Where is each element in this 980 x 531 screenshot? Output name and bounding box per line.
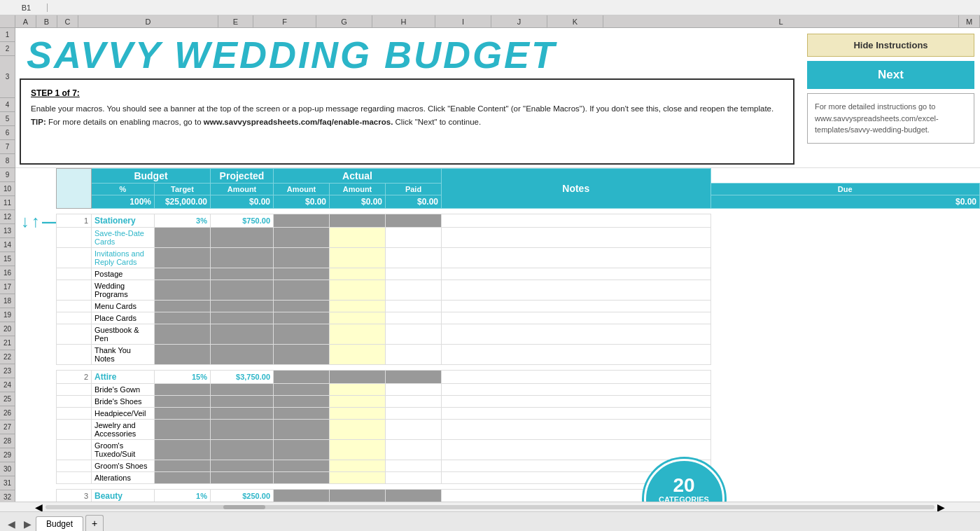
cat-name-beauty: Beauty <box>92 490 155 502</box>
actual-header: Actual <box>274 169 442 184</box>
budget-table: Budget Projected Actual Notes % Target A… <box>56 168 980 502</box>
list-item: Place Cards <box>57 312 980 324</box>
col-header-f: F <box>253 15 316 27</box>
more-info-box: For more detailed instructions go to www… <box>807 93 974 144</box>
budget-header: Budget <box>92 169 211 184</box>
total-due: $0.00 <box>710 195 980 209</box>
list-item: Alterations 20 CATEG <box>57 472 980 484</box>
list-item: Guestbook & Pen <box>57 324 980 345</box>
step-label: STEP 1 of 7: <box>31 88 783 98</box>
pct-subheader: % <box>92 184 155 195</box>
total-amount: $0.00 <box>211 195 274 209</box>
spacer-row <box>57 365 980 371</box>
col-header-m: M <box>959 15 980 27</box>
total-pct: 100% <box>92 195 155 209</box>
col-header-j: J <box>491 15 547 27</box>
total-target: $25,000.00 <box>155 195 211 209</box>
col-header-k: K <box>547 15 603 27</box>
row-numbers: 1 2 3 4 5 6 7 8 9 10 11 12 13 14 15 16 1… <box>0 28 15 502</box>
due-subheader: Due <box>710 184 980 195</box>
col-header-d: D <box>78 15 218 27</box>
spacer-row <box>57 484 980 490</box>
col-header-e: E <box>218 15 253 27</box>
category-row-beauty: 3 Beauty 1% $250.00 <box>57 490 980 502</box>
act-amount-subheader: Amount <box>330 184 386 195</box>
arrow-minus[interactable]: — <box>42 213 57 231</box>
table-content: Budget Projected Actual Notes % Target A… <box>56 168 980 502</box>
horizontal-scrollbar[interactable]: ◀ ▶ <box>0 502 980 511</box>
table-section: ↓ ↑ — + <box>15 168 980 502</box>
tab-bar: ◀ ▶ Budget + <box>0 511 980 531</box>
list-item: Thank You Notes <box>57 345 980 365</box>
proj-amount-subheader: Amount <box>274 184 330 195</box>
list-item: Wedding Programs <box>57 280 980 301</box>
list-item: Invitations and Reply Cards <box>57 248 980 268</box>
category-row-attire: 2 Attire 15% $3,750.00 <box>57 371 980 384</box>
cat-name-stationery: Stationery <box>92 214 155 228</box>
list-item: Bride's Gown <box>57 384 980 396</box>
spreadsheet-content: SAVVY WEDDING BUDGET STEP 1 of 7: Enable… <box>15 28 980 502</box>
cat-name-attire: Attire <box>92 371 155 384</box>
instructions-box: STEP 1 of 7: Enable your macros. You sho… <box>20 78 794 165</box>
total-proj: $0.00 <box>274 195 330 209</box>
tab-next-arrow[interactable]: ▶ <box>20 517 36 531</box>
col-header-a <box>0 15 15 27</box>
col-header-g: G <box>316 15 372 27</box>
scrollbar-track[interactable] <box>46 505 934 509</box>
col-header-i: I <box>435 15 491 27</box>
tab-add-button[interactable]: + <box>85 515 104 531</box>
tab-prev-arrow[interactable]: ◀ <box>4 517 20 531</box>
col-header-b: A <box>15 15 36 27</box>
hide-instructions-button[interactable]: Hide Instructions <box>807 34 974 57</box>
col-header-d2: C <box>57 15 78 27</box>
list-item: Menu Cards <box>57 301 980 312</box>
list-item: Groom's Tuxedo/Suit <box>57 440 980 460</box>
total-act: $0.00 <box>330 195 386 209</box>
arrow-up[interactable]: ↑ <box>31 212 40 231</box>
main-content: 1 2 3 4 5 6 7 8 9 10 11 12 13 14 15 16 1… <box>0 28 980 502</box>
col-header-l: L <box>603 15 959 27</box>
amount-subheader: Amount <box>211 184 274 195</box>
right-panel: Hide Instructions Next For more detailed… <box>802 28 980 167</box>
col-header-row: A B C D E F G H I J K L M <box>0 15 980 28</box>
notes-header: Notes <box>442 169 711 209</box>
spacer-row <box>57 209 980 214</box>
instructions-body: Enable your macros. You should see a ban… <box>31 102 783 128</box>
cell-ref: B1 <box>6 4 48 12</box>
list-item: Postage <box>57 268 980 280</box>
target-subheader: Target <box>155 184 211 195</box>
nav-arrows-area: ↓ ↑ — + <box>15 168 56 502</box>
scrollbar-thumb[interactable] <box>223 505 265 509</box>
category-row-stationery: 1 Stationery 3% $750.00 <box>57 214 980 228</box>
col-header-h: H <box>372 15 435 27</box>
list-item: Bride's Shoes <box>57 396 980 408</box>
app-container: B1 A B C D E F G H I J K L M 1 2 3 4 5 6… <box>0 0 980 531</box>
tab-budget[interactable]: Budget <box>36 516 83 531</box>
list-item: Save-the-Date Cards <box>57 228 980 248</box>
arrow-down[interactable]: ↓ <box>21 212 29 231</box>
list-item: Headpiece/Veil <box>57 408 980 420</box>
top-section: SAVVY WEDDING BUDGET STEP 1 of 7: Enable… <box>15 28 980 168</box>
list-item: Groom's Shoes <box>57 460 980 472</box>
paid-subheader: Paid <box>386 184 442 195</box>
total-paid: $0.00 <box>386 195 442 209</box>
projected-header: Projected <box>211 169 274 184</box>
title-instructions-area: SAVVY WEDDING BUDGET STEP 1 of 7: Enable… <box>15 28 802 167</box>
formula-bar: B1 <box>0 0 980 15</box>
next-button[interactable]: Next <box>807 61 974 89</box>
app-title: SAVVY WEDDING BUDGET <box>20 31 794 77</box>
table-header-row1: Budget Projected Actual Notes <box>57 169 980 184</box>
list-item: Jewelry and Accessories <box>57 420 980 440</box>
col-header-c: B <box>36 15 57 27</box>
